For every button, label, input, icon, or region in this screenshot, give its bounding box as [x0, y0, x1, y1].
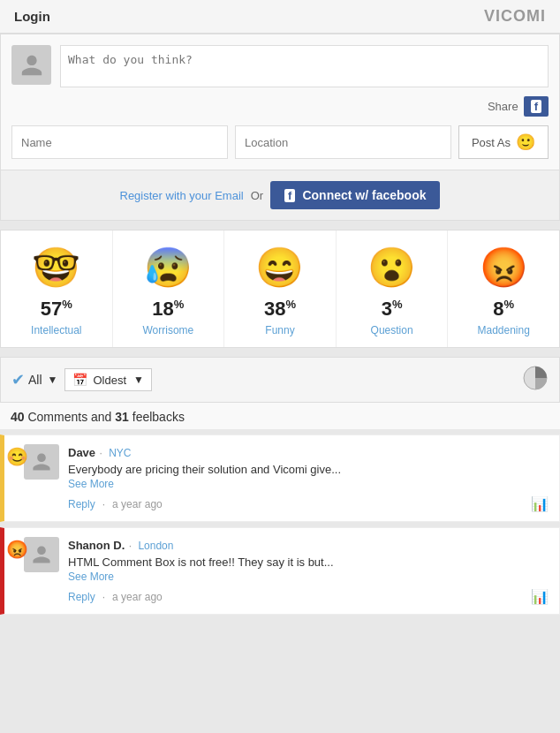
comment-body: Shanon D. · London HTML Comment Box is n…	[68, 537, 549, 605]
see-more-link[interactable]: See More	[68, 478, 549, 490]
funny-label: Funny	[231, 324, 329, 336]
avatar	[11, 45, 51, 85]
comment-header: Shanon D. · London	[68, 537, 549, 553]
maddening-emoji: 😡	[455, 245, 552, 291]
filter-oldest[interactable]: 📅 Oldest ▼	[64, 368, 151, 391]
maddening-label: Maddening	[455, 324, 552, 336]
comments-count-bar: 40 Comments and 31 feelbacks	[0, 403, 560, 429]
stat-question[interactable]: 😮 3% Question	[337, 230, 449, 347]
fb-logo: f	[531, 100, 541, 113]
intellectual-emoji: 🤓	[8, 245, 105, 291]
comment-avatar	[24, 537, 59, 572]
comment-input-box: Share f	[60, 45, 549, 117]
pie-chart-icon[interactable]	[522, 365, 549, 391]
commenter-name: Shanon D.	[68, 539, 125, 552]
funny-emoji: 😄	[231, 245, 329, 291]
comment-stats-icon[interactable]: 📊	[531, 495, 549, 512]
question-emoji: 😮	[344, 245, 441, 291]
header: Login VICOMI	[0, 0, 560, 34]
connect-label: Connect w/ facebook	[302, 188, 426, 202]
maddening-percent: 8%	[455, 298, 552, 321]
brand-logo: VICOMI	[484, 7, 546, 26]
question-percent: 3%	[344, 298, 441, 321]
comment-footer: Reply · a year ago 📊	[68, 588, 549, 605]
stat-maddening[interactable]: 😡 8% Maddening	[448, 230, 559, 347]
stat-funny[interactable]: 😄 38% Funny	[224, 230, 337, 347]
comment-avatar	[24, 444, 59, 480]
dot-separator: ·	[102, 498, 105, 510]
comment-text: Everybody are pricing their solution and…	[68, 463, 549, 476]
name-field[interactable]	[11, 125, 228, 159]
comment-box-area: Share f Post As 🙂	[0, 34, 560, 170]
stat-intellectual[interactable]: 🤓 57% Intellectual	[1, 230, 113, 347]
worrisome-percent: 18%	[120, 298, 217, 321]
see-more-link[interactable]: See More	[68, 571, 549, 583]
commenter-location: NYC	[109, 447, 131, 459]
location-field[interactable]	[235, 125, 451, 159]
user-avatar-icon	[31, 451, 52, 472]
funny-percent: 38%	[231, 298, 329, 321]
filter-all-dropdown-arrow: ▼	[48, 374, 58, 386]
main-container: Login VICOMI Share f	[0, 0, 560, 615]
calendar-icon: 📅	[72, 373, 87, 387]
post-as-button[interactable]: Post As 🙂	[458, 125, 549, 159]
comment-footer: Reply · a year ago 📊	[68, 495, 549, 512]
facebook-connect-button[interactable]: f Connect w/ facebook	[270, 181, 440, 209]
register-email-link[interactable]: Register with your Email	[120, 189, 244, 202]
login-link[interactable]: Login	[14, 9, 50, 24]
or-text: Or	[251, 189, 263, 202]
question-label: Question	[344, 324, 441, 336]
filter-row: ✔ All ▼ 📅 Oldest ▼	[0, 357, 560, 403]
comment-mood-emoji: 😡	[6, 539, 28, 560]
oldest-dropdown-arrow: ▼	[133, 374, 144, 386]
checkmark-icon: ✔	[11, 370, 25, 389]
comments-label: Comments and	[27, 410, 111, 424]
stat-worrisome[interactable]: 😰 18% Worrisome	[113, 230, 225, 347]
share-label: Share	[488, 100, 518, 113]
comment-stats-icon[interactable]: 📊	[531, 588, 549, 605]
dot-separator: ·	[102, 591, 105, 603]
share-row: Share f	[60, 96, 549, 117]
fb-logo-connect: f	[284, 189, 295, 202]
time-ago: a year ago	[112, 498, 163, 510]
comment-header: Dave · NYC	[68, 444, 549, 460]
intellectual-percent: 57%	[8, 298, 105, 321]
facebook-share-button[interactable]: f	[524, 96, 549, 117]
pie-chart-area	[522, 365, 549, 395]
feelbacks-label: feelbacks	[132, 410, 185, 424]
commenter-name: Dave	[68, 446, 95, 459]
register-row: Register with your Email Or f Connect w/…	[0, 170, 560, 221]
comment-item: 😡 Shanon D. · London HTML Comment Box is…	[0, 527, 560, 615]
worrisome-emoji: 😰	[120, 245, 217, 291]
fields-row: Post As 🙂	[11, 125, 549, 159]
filter-all-label: All	[28, 373, 42, 387]
comment-item: 😊 Dave · NYC Everybody are pricing their…	[0, 435, 560, 522]
reply-link[interactable]: Reply	[68, 591, 95, 603]
comment-text: HTML Comment Box is not free!! They say …	[68, 555, 549, 569]
post-as-label: Post As	[472, 136, 511, 149]
comment-body: Dave · NYC Everybody are pricing their s…	[68, 444, 549, 512]
comments-number: 40	[11, 410, 25, 424]
user-avatar-icon	[31, 544, 52, 565]
feelbacks-number: 31	[115, 410, 129, 424]
worrisome-label: Worrisome	[120, 324, 217, 336]
smiley-icon: 🙂	[516, 132, 535, 152]
reply-link[interactable]: Reply	[68, 498, 95, 510]
time-ago: a year ago	[112, 591, 163, 603]
oldest-label: Oldest	[93, 374, 126, 387]
comment-mood-emoji: 😊	[6, 446, 28, 467]
separator-dot: ·	[129, 540, 135, 552]
comment-textarea[interactable]	[60, 45, 549, 87]
separator-dot: ·	[100, 447, 106, 459]
comment-input-row: Share f	[11, 45, 549, 117]
commenter-location: London	[138, 540, 173, 552]
emoji-stats: 🤓 57% Intellectual 😰 18% Worrisome 😄 38%…	[0, 230, 560, 348]
filter-all[interactable]: ✔ All ▼	[11, 370, 57, 389]
user-icon	[19, 53, 44, 78]
intellectual-label: Intellectual	[8, 324, 105, 336]
